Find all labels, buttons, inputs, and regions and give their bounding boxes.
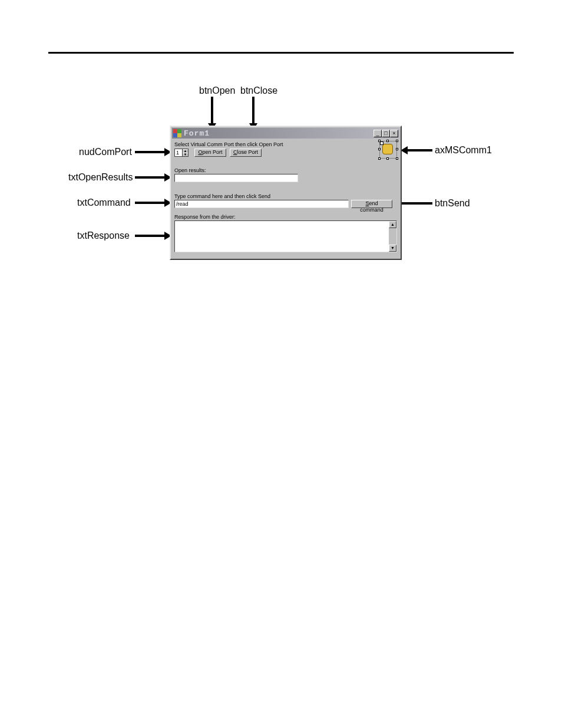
nud-comport-value[interactable]: 1 <box>174 149 183 157</box>
arrow-axmscomm1 <box>405 149 432 151</box>
callout-nudcomport: nudComPort <box>79 147 132 157</box>
arrow-btnopen <box>211 97 213 126</box>
open-port-button[interactable]: Open Port <box>194 149 226 157</box>
txt-response[interactable]: ▲ ▼ <box>174 220 397 252</box>
callout-txtopenresults: txtOpenResults <box>68 172 133 183</box>
page-rule <box>48 52 514 54</box>
close-port-label: lose Port <box>237 149 258 155</box>
form-window: Form1 _ □ × Select Virtual Comm Port the… <box>170 126 402 260</box>
callout-axmscomm1: axMSComm1 <box>435 145 492 156</box>
phone-icon <box>382 144 393 154</box>
arrow-btnclose <box>252 97 254 126</box>
scroll-up-button[interactable]: ▲ <box>389 221 396 228</box>
callout-txtcommand: txtCommand <box>77 197 131 208</box>
arrow-txtresponse <box>135 235 167 237</box>
send-command-label: end command <box>360 200 384 213</box>
titlebar[interactable]: Form1 _ □ × <box>172 128 399 139</box>
minimize-button[interactable]: _ <box>373 130 382 137</box>
response-scrollbar[interactable]: ▲ ▼ <box>389 221 396 252</box>
callout-btnsend: btnSend <box>435 198 470 209</box>
close-button[interactable]: × <box>390 130 398 137</box>
app-icon <box>173 129 181 137</box>
window-title: Form1 <box>184 129 210 138</box>
callout-btnopen: btnOpen <box>199 85 235 96</box>
arrow-txtopenresults <box>135 176 167 179</box>
scroll-down-button[interactable]: ▼ <box>389 245 396 252</box>
close-port-button[interactable]: Close Port <box>230 149 262 157</box>
maximize-button[interactable]: □ <box>382 130 390 137</box>
callout-txtresponse: txtResponse <box>77 230 130 241</box>
label-type-command: Type command here and then click Send <box>174 193 270 199</box>
txt-open-results[interactable] <box>174 174 298 182</box>
nud-comport-spinner[interactable]: ▲▼ <box>183 149 189 157</box>
callout-btnclose: btnClose <box>240 85 277 96</box>
label-response: Response from the driver: <box>174 214 236 220</box>
send-command-button[interactable]: Send command <box>351 200 392 208</box>
open-port-label: pen Port <box>202 149 222 155</box>
arrow-txtcommand <box>135 202 167 204</box>
nud-comport[interactable]: 1 ▲▼ <box>174 149 189 157</box>
axmscomm1-control[interactable] <box>379 141 397 159</box>
label-open-results: Open results: <box>174 167 206 173</box>
arrow-nudcomport <box>135 151 167 153</box>
label-select-port: Select Virtual Comm Port then click Open… <box>174 141 283 147</box>
txt-command[interactable]: /read <box>174 200 349 208</box>
